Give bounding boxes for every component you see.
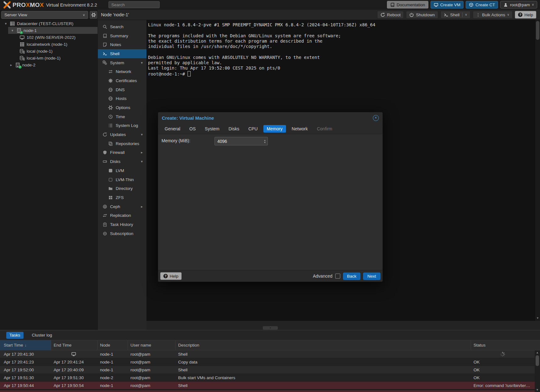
back-button[interactable]: Back <box>343 273 360 280</box>
menu-item-subscription[interactable]: Subscription <box>98 229 146 238</box>
spin-down-icon[interactable]: ▾ <box>264 141 265 144</box>
table-row[interactable]: Apr 17 19:52:00 Apr 17 20:40:09 node-1 r… <box>0 366 540 374</box>
tab-system[interactable]: System <box>201 125 223 133</box>
scroll-down-icon[interactable]: ▼ <box>536 316 539 320</box>
help-button[interactable]: ? Help <box>515 11 536 18</box>
expander-closed-icon[interactable]: ▸ <box>141 150 143 154</box>
menu-item-network[interactable]: Network <box>98 67 146 76</box>
expander-open-icon[interactable]: ▾ <box>4 22 8 26</box>
replication-icon <box>103 213 107 218</box>
menu-item-lvm[interactable]: LVM <box>98 166 146 175</box>
user-menu-button[interactable]: root@pam ∨ <box>500 1 537 8</box>
server-view-select[interactable]: Server View ∨ <box>1 11 88 19</box>
memory-input[interactable] <box>214 137 268 145</box>
panel-splitter-handle[interactable]: ▾ <box>263 326 278 330</box>
expander-open-icon[interactable]: ▾ <box>141 61 143 65</box>
column-header-status[interactable]: Status <box>471 340 540 350</box>
menu-item-certificates[interactable]: Certificates <box>98 76 146 85</box>
bulk-actions-button[interactable]: ⋮ Bulk Actions ∨ <box>473 11 512 18</box>
menu-item-options[interactable]: Options <box>98 103 146 112</box>
menu-item-lvm-thin[interactable]: LVM-Thin <box>98 175 146 184</box>
datacenter-icon <box>10 21 15 26</box>
menu-item-zfs[interactable]: ZFS <box>98 193 146 202</box>
column-header-start-time[interactable]: Start Time↓ <box>0 340 51 350</box>
content-lower-strip: ▾ <box>146 321 540 330</box>
menu-item-summary[interactable]: Summary <box>98 31 146 40</box>
menu-item-replication[interactable]: Replication <box>98 211 146 220</box>
documentation-button[interactable]: Documentation <box>387 1 428 8</box>
terminal-scrollbar[interactable]: ▼ <box>535 20 540 321</box>
storage-icon <box>19 49 25 54</box>
create-ct-button[interactable]: Create CT <box>466 1 498 8</box>
shell-button[interactable]: Shell ∨ <box>441 11 470 18</box>
dialog-header[interactable]: Create: Virtual Machine ✕ <box>158 112 383 123</box>
menu-item-firewall[interactable]: Firewall▸ <box>98 148 146 157</box>
table-row[interactable]: Apr 17 19:51:30 Apr 17 19:51:30 node-2 r… <box>0 374 540 382</box>
table-row[interactable]: Apr 17 20:41:30 node-1 root@pam Shell <box>0 350 540 358</box>
menu-item-ceph[interactable]: Ceph▸ <box>98 202 146 211</box>
create-vm-button[interactable]: Create VM <box>431 1 464 8</box>
expander-closed-icon[interactable]: ▸ <box>141 205 143 209</box>
tree-item-node-2[interactable]: ▸ ✓ node-2 <box>0 61 98 68</box>
memory-field: ▴ ▾ <box>214 137 268 145</box>
tab-memory[interactable]: Memory <box>263 125 286 133</box>
dialog-body: Memory (MiB): ▴ ▾ <box>158 134 383 270</box>
menu-item-notes[interactable]: Notes <box>98 40 146 49</box>
close-icon[interactable]: ✕ <box>373 115 379 121</box>
tasks-scrollbar[interactable]: ▲ ▼ <box>535 350 540 392</box>
expander-closed-icon[interactable]: ▸ <box>9 63 13 67</box>
tab-cluster-log[interactable]: Cluster log <box>32 333 52 337</box>
menu-item-directory[interactable]: Directory <box>98 184 146 193</box>
page-title: Node 'node-1' <box>101 12 129 17</box>
table-row[interactable]: Apr 17 20:41:23 Apr 17 20:41:24 node-1 r… <box>0 358 540 366</box>
menu-item-dns[interactable]: DNS <box>98 85 146 94</box>
tree-item-datacenter[interactable]: ▾ Datacenter (TEST-CLUSTER) <box>0 20 98 27</box>
next-button[interactable]: Next <box>363 273 380 280</box>
menu-item-shell[interactable]: Shell <box>98 49 146 58</box>
scrollbar-thumb[interactable] <box>536 355 539 366</box>
dialog-help-button[interactable]: ? Help <box>160 272 182 280</box>
menu-item-system-log[interactable]: System Log <box>98 121 146 130</box>
tab-cpu[interactable]: CPU <box>245 125 261 133</box>
shutdown-button[interactable]: Shutdown <box>406 11 438 18</box>
column-header-user-name[interactable]: User name <box>128 340 176 350</box>
table-row-error[interactable]: Apr 17 19:50:44 Apr 17 19:50:54 node-1 r… <box>0 382 540 389</box>
tab-os[interactable]: OS <box>186 125 199 133</box>
scroll-up-icon[interactable]: ▲ <box>536 351 539 354</box>
tree-settings-button[interactable] <box>90 11 97 19</box>
column-header-node[interactable]: Node <box>98 340 128 350</box>
scroll-down-icon[interactable]: ▼ <box>536 388 539 391</box>
menu-item-updates[interactable]: Updates▾ <box>98 130 146 139</box>
reboot-button[interactable]: Reboot <box>377 11 404 18</box>
expander-open-icon[interactable]: ▾ <box>141 159 143 164</box>
menu-item-disks[interactable]: Disks▾ <box>98 157 146 166</box>
tree-item-local-lvm-storage[interactable]: local-lvm (node-1) <box>0 55 98 61</box>
tab-disks[interactable]: Disks <box>225 125 243 133</box>
chevron-down-icon: ∨ <box>532 3 534 6</box>
refresh-icon <box>103 132 107 137</box>
console-window-icon[interactable] <box>71 352 76 357</box>
scrollbar-thumb[interactable] <box>536 21 539 40</box>
proxmox-wordmark: PROXMOX <box>13 2 44 8</box>
expander-open-icon[interactable]: ▾ <box>10 29 14 33</box>
menu-item-search[interactable]: Search <box>98 22 146 31</box>
column-header-description[interactable]: Description <box>176 340 471 350</box>
menu-item-time[interactable]: Time <box>98 112 146 121</box>
memory-spinner[interactable]: ▴ ▾ <box>262 138 267 145</box>
tree-item-node-1[interactable]: ▾ ✓ node-1 <box>8 27 98 34</box>
advanced-checkbox[interactable] <box>335 274 340 279</box>
menu-item-system[interactable]: System▾ <box>98 58 146 67</box>
column-header-end-time[interactable]: End Time <box>51 340 98 350</box>
menu-item-repositories[interactable]: Repositories <box>98 139 146 148</box>
tree-item-localnetwork[interactable]: localnetwork (node-1) <box>0 41 98 48</box>
menu-item-hosts[interactable]: Hosts <box>98 94 146 103</box>
memory-field-label: Memory (MiB): <box>161 138 190 143</box>
menu-item-task-history[interactable]: Task History <box>98 220 146 229</box>
tab-network[interactable]: Network <box>288 125 311 133</box>
expander-open-icon[interactable]: ▾ <box>141 133 143 137</box>
tab-general[interactable]: General <box>161 125 184 133</box>
tree-item-local-storage[interactable]: local (node-1) <box>0 48 98 55</box>
search-input[interactable] <box>109 1 160 8</box>
tab-tasks[interactable]: Tasks <box>6 332 24 339</box>
tree-item-vm-102[interactable]: 102 (WIN-SERVER-2022) <box>0 34 98 41</box>
